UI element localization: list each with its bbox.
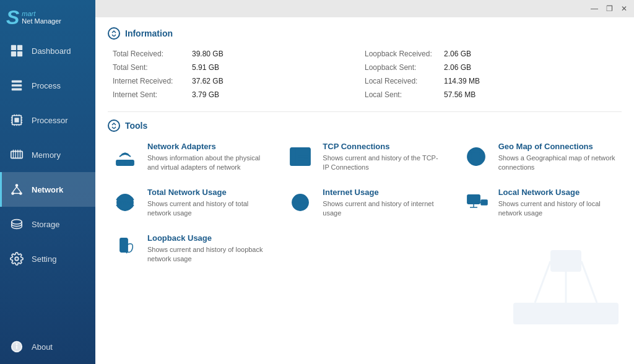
svg-rect-73 <box>575 303 619 324</box>
total-received-label: Total Received: <box>113 50 187 58</box>
sidebar-item-memory[interactable]: Memory <box>0 137 95 172</box>
tool-card-internet-usage[interactable]: WWW Internet Usage Shows current and his… <box>283 185 446 221</box>
total-network-usage-icon: WWW <box>110 188 140 217</box>
info-row-local-received: Local Received: 114.39 MB <box>365 74 617 88</box>
loopback-sent-value: 2.06 GB <box>444 63 471 72</box>
information-label: Information <box>125 28 173 38</box>
sidebar-item-dashboard-label: Dashboard <box>32 46 71 56</box>
logo-s-letter: S <box>6 7 19 27</box>
svg-point-37 <box>15 257 19 261</box>
network-adapter-icon <box>110 142 140 171</box>
internet-received-label: Internet Received: <box>113 77 187 85</box>
maximize-button[interactable]: ❐ <box>604 4 614 14</box>
tool-local-network-desc: Shows current and history of local netwo… <box>498 199 619 219</box>
info-row-internet-received: Internet Received: 37.62 GB <box>113 74 365 88</box>
loopback-usage-icon <box>110 233 140 263</box>
tools-label: Tools <box>125 121 147 131</box>
tool-internet-usage-title: Internet Usage <box>323 188 443 197</box>
info-row-total-sent: Total Sent: 5.91 GB <box>113 61 365 74</box>
internet-received-value: 37.62 GB <box>192 77 224 85</box>
sidebar-item-setting[interactable]: Setting <box>0 241 95 276</box>
minimize-button[interactable]: — <box>589 4 599 14</box>
tcp-connections-icon <box>285 142 315 171</box>
svg-rect-71 <box>513 303 557 324</box>
svg-text:WWW: WWW <box>117 200 133 206</box>
logo-smart: mart <box>22 10 61 17</box>
geo-map-icon <box>461 142 491 171</box>
tool-card-local-network[interactable]: Local Network Usage Shows current and hi… <box>459 185 622 221</box>
svg-line-68 <box>535 261 550 303</box>
sidebar-item-about-label: About <box>32 342 53 352</box>
info-row-loopback-sent: Loopback Sent: 2.06 GB <box>365 61 617 74</box>
tool-card-tcp-connections[interactable]: TCP Connections Shows current and histor… <box>283 139 446 175</box>
information-grid: Total Received: 39.80 GB Total Sent: 5.9… <box>108 47 622 102</box>
total-sent-label: Total Sent: <box>113 63 187 72</box>
info-row-local-sent: Local Sent: 57.56 MB <box>365 88 617 102</box>
loopback-received-label: Loopback Received: <box>365 50 439 58</box>
tool-loopback-desc: Shows current and history of loopback ne… <box>147 245 268 264</box>
internet-sent-label: Internet Sent: <box>113 90 187 99</box>
sidebar-item-setting-label: Setting <box>32 254 56 264</box>
svg-line-34 <box>17 187 20 192</box>
sidebar-item-processor[interactable]: Processor <box>0 103 95 137</box>
setting-icon <box>8 250 25 267</box>
local-sent-value: 57.56 MB <box>444 90 476 99</box>
tool-card-network-adapters[interactable]: Network Adapters Shows information about… <box>108 139 271 175</box>
svg-rect-63 <box>481 200 487 205</box>
svg-line-69 <box>581 261 597 303</box>
tool-card-total-network[interactable]: WWW Total Network Usage Shows current an… <box>108 185 271 221</box>
memory-icon <box>8 146 25 163</box>
tools-grid: Network Adapters Shows information about… <box>108 139 622 266</box>
tool-total-network-info: Total Network Usage Shows current and hi… <box>147 188 268 219</box>
section-divider <box>108 111 622 112</box>
storage-icon <box>8 215 25 233</box>
info-left-col: Total Received: 39.80 GB Total Sent: 5.9… <box>113 47 365 102</box>
tools-toggle[interactable] <box>108 119 120 132</box>
info-right-col: Loopback Received: 2.06 GB Loopback Sent… <box>365 47 617 102</box>
logo-text: mart Net Manager <box>22 10 61 25</box>
logo-net-manager: Net Manager <box>22 17 61 25</box>
sidebar-item-dashboard[interactable]: Dashboard <box>0 33 95 68</box>
tool-card-loopback[interactable]: Loopback Usage Shows current and history… <box>108 231 271 267</box>
local-received-value: 114.39 MB <box>444 77 480 85</box>
process-icon <box>8 77 25 94</box>
local-network-usage-icon <box>461 188 491 217</box>
tool-geo-map-info: Geo Map of Connections Shows a Geographi… <box>498 142 619 173</box>
info-row-total-received: Total Received: 39.80 GB <box>113 47 365 61</box>
svg-point-66 <box>123 249 124 250</box>
tool-network-adapters-title: Network Adapters <box>147 142 268 151</box>
svg-point-30 <box>15 184 19 187</box>
main-content: — ❐ ✕ Information Total Received: 39.80 … <box>95 0 634 364</box>
sidebar-item-process[interactable]: Process <box>0 68 95 103</box>
tool-internet-usage-desc: Shows current and history of internet us… <box>323 199 443 219</box>
tool-card-geo-map[interactable]: Geo Map of Connections Shows a Geographi… <box>459 139 622 175</box>
sidebar-item-about[interactable]: About <box>0 329 95 364</box>
svg-rect-6 <box>12 89 22 91</box>
close-button[interactable]: ✕ <box>619 4 629 14</box>
svg-rect-21 <box>11 152 22 158</box>
info-row-loopback-received: Loopback Received: 2.06 GB <box>365 47 617 61</box>
tool-geo-map-desc: Shows a Geographical map of network conn… <box>498 154 619 173</box>
svg-point-45 <box>124 153 126 155</box>
info-row-internet-sent: Internet Sent: 3.79 GB <box>113 88 365 102</box>
sidebar-item-storage[interactable]: Storage <box>0 207 95 241</box>
svg-point-40 <box>16 344 17 344</box>
tool-tcp-title: TCP Connections <box>323 142 443 151</box>
svg-rect-3 <box>17 51 22 56</box>
tool-network-adapters-info: Network Adapters Shows information about… <box>147 142 268 173</box>
sidebar-item-storage-label: Storage <box>32 220 60 229</box>
network-icon <box>8 181 25 198</box>
svg-rect-2 <box>11 51 16 56</box>
information-toggle[interactable] <box>108 27 120 40</box>
information-section-header: Information <box>108 27 622 40</box>
sidebar-item-memory-label: Memory <box>32 150 61 160</box>
processor-icon <box>8 111 25 129</box>
tool-loopback-title: Loopback Usage <box>147 233 268 243</box>
svg-rect-46 <box>290 148 310 165</box>
sidebar-item-network-label: Network <box>32 185 63 194</box>
about-icon <box>8 338 25 355</box>
sidebar-item-network[interactable]: Network <box>0 172 95 207</box>
tool-local-network-info: Local Network Usage Shows current and hi… <box>498 188 619 219</box>
sidebar-item-processor-label: Processor <box>32 116 68 125</box>
loopback-received-value: 2.06 GB <box>444 50 471 58</box>
